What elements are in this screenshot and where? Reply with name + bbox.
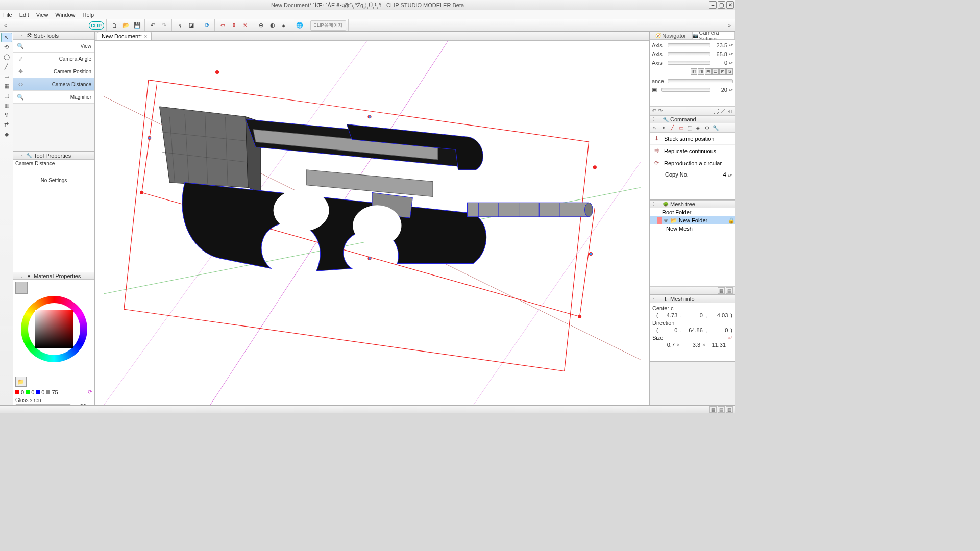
copyno-spinner[interactable]: ▴▾ [728, 173, 732, 178]
fov-slider[interactable] [662, 88, 710, 92]
tool-strip-item[interactable]: ▢ [1, 91, 12, 101]
clip-logo-button[interactable]: CLIP [89, 21, 104, 30]
globe-icon[interactable]: 🌐 [295, 20, 305, 31]
view-cube-icon[interactable]: ◨ [698, 68, 704, 75]
tool-strip-item[interactable]: ╱ [1, 62, 12, 71]
panel-grip-icon[interactable]: ⋮⋮ [651, 202, 660, 207]
color-cycle-icon[interactable]: ⟳ [88, 389, 92, 395]
tool-strip-item[interactable]: ▦ [1, 81, 12, 91]
view-cube-icon[interactable]: ⬓ [712, 68, 719, 75]
menu-edit[interactable]: Edit [19, 12, 29, 18]
axis-spinner[interactable]: ▴▾ [729, 60, 733, 65]
menu-view[interactable]: View [36, 12, 48, 18]
gloss-slider[interactable] [15, 404, 71, 405]
tool-strip-item[interactable]: ▥ [1, 101, 12, 110]
tool-strip-item[interactable]: ⇄ [1, 120, 12, 130]
dist-spinner[interactable]: ▴▾ [729, 87, 733, 92]
tab-close-icon[interactable]: × [144, 34, 147, 39]
sphere-wire-icon[interactable]: ⊕ [256, 20, 266, 31]
menu-help[interactable]: Help [82, 12, 94, 18]
save-doc-icon[interactable]: 💾 [132, 20, 142, 31]
view-cube-icon[interactable]: ⬒ [705, 68, 712, 75]
mirror-y-icon[interactable]: ⇕ [229, 20, 239, 31]
cmd-tool-icon[interactable]: ▭ [677, 124, 685, 132]
axis-spinner[interactable]: ▴▾ [729, 52, 733, 56]
fit-icon[interactable]: ⛶ [713, 108, 719, 114]
tree-root[interactable]: Root Folder [650, 208, 735, 216]
tree-folder[interactable]: 👁 📂 New Folder 🔒 [650, 216, 735, 224]
axis-z-slider[interactable] [668, 61, 710, 65]
status-icon[interactable]: ▦ [709, 406, 717, 413]
tab-navigator[interactable]: 🧭 Navigator [650, 32, 693, 39]
tool-strip-item[interactable]: ▭ [1, 71, 12, 81]
view-cube-icon[interactable]: ◩ [719, 68, 726, 75]
refresh-icon[interactable]: ⟳ [202, 20, 212, 31]
status-icon[interactable]: ▥ [726, 406, 733, 413]
cmd-tool-icon[interactable]: ⚙ [703, 124, 711, 132]
axis-x-slider[interactable] [668, 43, 710, 47]
cmd-tool-icon[interactable]: ◈ [694, 124, 702, 132]
toggle-b-icon[interactable]: ◪ [186, 20, 197, 31]
redo-icon[interactable]: ↷ [159, 20, 169, 31]
panel-grip-icon[interactable]: ⋮⋮ [651, 296, 660, 302]
toolbar-collapse-left[interactable]: « [2, 22, 9, 28]
cmd-tool-icon[interactable]: ↖ [651, 124, 659, 132]
cmd-tool-icon[interactable]: 🔧 [712, 124, 720, 132]
tree-action-icon[interactable]: ▤ [726, 287, 733, 294]
minimize-button[interactable]: – [709, 1, 717, 9]
visibility-icon[interactable]: 👁 [664, 218, 669, 223]
toggle-a-icon[interactable]: ⫮ [175, 20, 185, 31]
panel-grip-icon[interactable]: ⋮⋮ [15, 153, 24, 158]
cmd-replicate-continuous[interactable]: ⇉Replicate continuous [650, 145, 735, 157]
persp-cube-icon[interactable]: ▣ [652, 86, 660, 93]
3d-viewport[interactable] [95, 41, 649, 405]
redo-icon[interactable]: ↷ [658, 108, 663, 114]
cmd-tool-icon[interactable]: ✦ [659, 124, 668, 132]
axis-spinner[interactable]: ▴▾ [729, 43, 733, 47]
cmd-tool-icon[interactable]: ⬚ [685, 124, 694, 132]
view-cube-icon[interactable]: ◪ [726, 68, 733, 75]
zoom-icon[interactable]: ⤢ [720, 108, 726, 114]
open-doc-icon[interactable]: 📂 [121, 20, 131, 31]
color-wheel[interactable] [21, 296, 87, 362]
lock-icon[interactable]: 🔒 [728, 217, 735, 224]
tool-strip-item[interactable]: ↖ [1, 33, 12, 42]
close-button[interactable]: ✕ [726, 1, 734, 9]
status-icon[interactable]: ▤ [718, 406, 725, 413]
toolbar-collapse-right[interactable]: » [726, 22, 733, 28]
panel-grip-icon[interactable]: ⋮⋮ [651, 117, 660, 122]
cmd-stuck-same-position[interactable]: ⬇Stuck same position [650, 133, 735, 145]
material-swatch[interactable] [15, 282, 28, 294]
subtool-item[interactable]: 🔍Magnifier [13, 91, 94, 104]
distance-slider[interactable] [668, 79, 733, 83]
undo-icon[interactable]: ↶ [652, 108, 656, 114]
panel-grip-icon[interactable]: ⋮⋮ [15, 273, 24, 279]
document-tab[interactable]: New Document* × [97, 32, 152, 40]
cmd-tool-icon[interactable]: ╱ [668, 124, 676, 132]
mirror-xy-icon[interactable]: ⤧ [240, 20, 251, 31]
subtool-item[interactable]: ✥Camera Position [13, 65, 94, 78]
clip-link-button[interactable]: CLIP음메이지 [310, 20, 346, 31]
view-cube-icon[interactable]: ◧ [691, 68, 697, 75]
sphere-solid-icon[interactable]: ● [279, 20, 289, 31]
tab-camera-setting[interactable]: 📷 Camera Setting [693, 32, 736, 39]
subtool-item[interactable]: 🔍View [13, 40, 94, 53]
material-folder-icon[interactable]: 📁 [15, 377, 27, 387]
size-reset-icon[interactable]: ⤾ [728, 334, 732, 341]
tool-strip-item[interactable]: ◯ [1, 52, 12, 62]
panel-grip-icon[interactable]: ⋮⋮ [15, 33, 24, 38]
axis-y-slider[interactable] [668, 52, 710, 56]
menu-window[interactable]: Window [55, 12, 75, 18]
menu-file[interactable]: File [3, 12, 12, 18]
tool-strip-item[interactable]: ⟲ [1, 42, 12, 52]
new-doc-icon[interactable]: 🗋 [110, 20, 120, 31]
tree-action-icon[interactable]: ▦ [718, 287, 725, 294]
reset-icon[interactable]: ⟲ [727, 108, 733, 114]
tool-strip-item[interactable]: ↯ [1, 110, 12, 120]
mirror-x-icon[interactable]: ⇔ [218, 20, 228, 31]
tree-mesh[interactable]: New Mesh [650, 224, 735, 233]
cmd-reproduction-circular[interactable]: ⟳Reproduction a circular [650, 157, 735, 169]
maximize-button[interactable]: ▢ [718, 1, 725, 9]
subtool-item[interactable]: ⤢Camera Angle [13, 53, 94, 65]
tool-strip-item[interactable]: ◆ [1, 130, 12, 139]
